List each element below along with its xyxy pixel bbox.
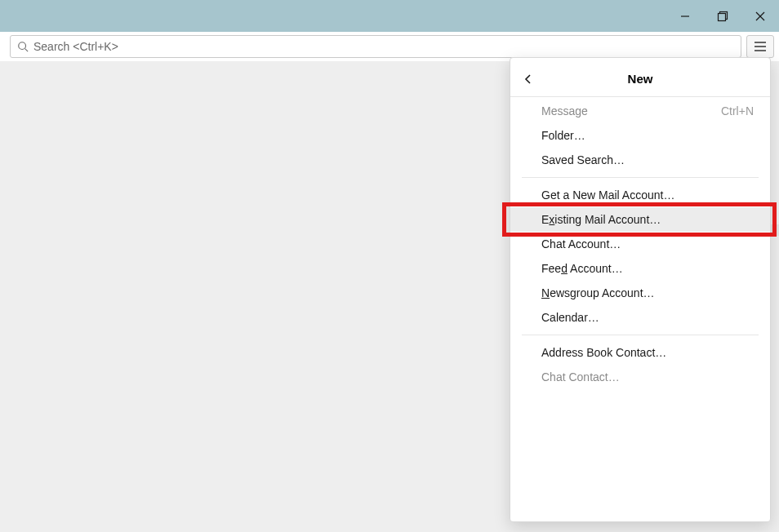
menu-separator (522, 335, 759, 335)
search-field-wrap[interactable] (10, 35, 741, 58)
window-titlebar (0, 0, 779, 32)
menu-item-label: Feed Account… (541, 262, 623, 275)
menu-item-saved-search[interactable]: Saved Search… (510, 148, 770, 172)
close-icon (755, 11, 765, 21)
svg-point-5 (19, 42, 26, 50)
minimize-icon (680, 11, 690, 21)
menu-item-feed-account[interactable]: Feed Account… (510, 256, 770, 281)
menu-item-label: Chat Contact… (541, 370, 620, 383)
menu-item-folder[interactable]: Folder… (510, 123, 770, 148)
menu-separator (522, 177, 759, 178)
menu-item-label: Address Book Contact… (541, 346, 666, 359)
menu-item-label: Existing Mail Account… (541, 213, 661, 226)
chevron-left-icon (523, 73, 534, 85)
menu-item-address-book-contact[interactable]: Address Book Contact… (510, 340, 770, 365)
menu-item-chat-contact: Chat Contact… (510, 365, 770, 389)
minimize-button[interactable] (666, 1, 704, 32)
search-icon (17, 41, 29, 52)
menu-item-label: Chat Account… (541, 237, 621, 250)
menu-back-button[interactable] (510, 61, 546, 97)
menu-item-shortcut: Ctrl+N (721, 104, 754, 117)
menu-item-newsgroup-account[interactable]: Newsgroup Account… (510, 281, 770, 305)
menu-item-label: Calendar… (541, 311, 599, 324)
menu-header: New (510, 61, 770, 97)
menu-item-existing-mail-account[interactable]: Existing Mail Account… (510, 207, 770, 232)
menu-item-calendar[interactable]: Calendar… (510, 305, 770, 330)
menu-body: Message Ctrl+N Folder… Saved Search… Get… (510, 97, 770, 391)
menu-title: New (510, 72, 770, 86)
restore-icon (717, 11, 728, 22)
menu-item-label: Message (541, 104, 588, 117)
svg-line-6 (25, 49, 29, 52)
hamburger-button[interactable] (746, 35, 774, 58)
menu-item-label: Get a New Mail Account… (541, 188, 674, 202)
hamburger-icon (754, 41, 767, 52)
menu-item-get-new-mail-account[interactable]: Get a New Mail Account… (510, 183, 770, 207)
close-button[interactable] (741, 1, 779, 32)
svg-rect-2 (719, 13, 726, 20)
restore-button[interactable] (704, 1, 741, 32)
menu-item-label: Folder… (541, 129, 585, 142)
menu-item-label: Saved Search… (541, 153, 625, 166)
search-input[interactable] (33, 40, 734, 53)
menu-item-label: Newsgroup Account… (541, 286, 655, 299)
menu-item-chat-account[interactable]: Chat Account… (510, 232, 770, 256)
menu-item-message: Message Ctrl+N (510, 99, 770, 123)
new-submenu: New Message Ctrl+N Folder… Saved Search…… (510, 57, 771, 522)
